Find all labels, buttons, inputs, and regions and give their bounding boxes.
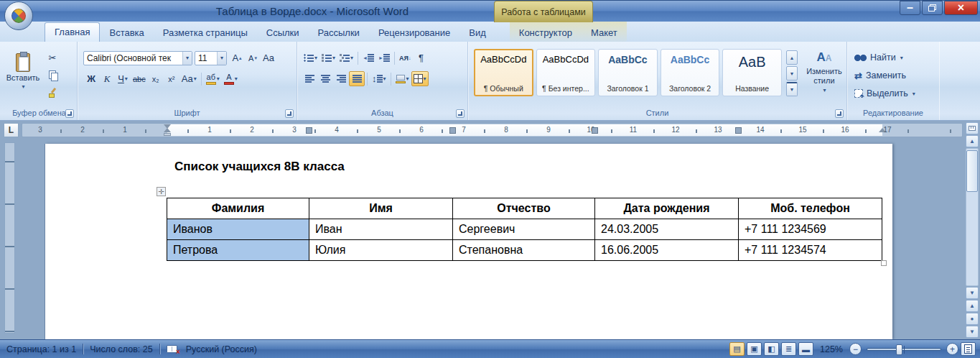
table-cell[interactable]: +7 111 1234569 — [739, 219, 882, 240]
horizontal-ruler[interactable]: 3211234567891011121314151617 — [22, 123, 963, 137]
table-column-marker[interactable] — [735, 127, 742, 134]
scroll-down-button[interactable]: ▼ — [966, 287, 979, 299]
bullets-button[interactable]: ▾ — [302, 50, 319, 65]
text-highlight-button[interactable]: аб ▾ — [204, 71, 222, 86]
tab-insert[interactable]: Вставка — [100, 24, 153, 42]
select-button[interactable]: Выделить ▾ — [854, 86, 939, 101]
browse-object-button[interactable]: ● — [966, 313, 979, 325]
close-button[interactable]: × — [944, 1, 978, 15]
increase-indent-button[interactable]: ► — [376, 50, 392, 65]
gallery-row-down-button[interactable]: ▼ — [786, 66, 798, 81]
table-cell[interactable]: 24.03.2005 — [595, 219, 739, 240]
proofing-status[interactable]: × — [160, 340, 185, 358]
align-right-button[interactable] — [333, 71, 349, 86]
view-draft-button[interactable]: ▬ — [798, 342, 813, 356]
styles-dialog-launcher[interactable] — [835, 109, 844, 118]
table-header-cell[interactable]: Отчество — [453, 198, 595, 219]
copy-button[interactable] — [45, 68, 60, 83]
table-cell[interactable]: Петрова — [167, 240, 309, 261]
table-header-cell[interactable]: Моб. телефон — [739, 198, 882, 219]
find-button[interactable]: Найти ▾ — [854, 50, 939, 65]
borders-button[interactable]: ▾ — [411, 71, 429, 86]
zoom-slider-thumb[interactable] — [896, 344, 902, 355]
cut-button[interactable]: ✂ — [45, 50, 60, 65]
fit-page-button[interactable] — [961, 342, 976, 356]
grow-font-button[interactable]: А▴ — [229, 50, 245, 65]
tab-table-layout[interactable]: Макет — [582, 24, 627, 42]
underline-button[interactable]: Ч▾ — [115, 71, 131, 86]
view-web-layout-button[interactable]: ◧ — [764, 342, 779, 356]
table-cell[interactable]: +7 111 1234574 — [739, 240, 882, 261]
hanging-indent-marker[interactable] — [164, 128, 171, 132]
table-cell[interactable]: Сергеевич — [453, 219, 595, 240]
change-styles-button[interactable]: АА Изменить стили ▾ — [802, 49, 846, 106]
scroll-up-button[interactable]: ▲ — [966, 135, 979, 147]
table-cell[interactable]: Иванов — [167, 219, 309, 240]
subscript-button[interactable]: х₂ — [148, 71, 164, 86]
style-item-heading1[interactable]: AaBbCc Заголовок 1 — [598, 49, 658, 96]
style-item-normal[interactable]: AaBbCcDd ¶ Обычный — [474, 49, 533, 96]
clipboard-dialog-launcher[interactable] — [65, 109, 74, 118]
paragraph-dialog-launcher[interactable] — [456, 109, 465, 118]
table-column-marker[interactable] — [306, 127, 312, 134]
scroll-thumb[interactable] — [966, 150, 978, 192]
table-header-cell[interactable]: Имя — [309, 198, 453, 219]
tab-home[interactable]: Главная — [45, 22, 100, 42]
format-painter-button[interactable] — [45, 85, 60, 100]
vertical-ruler[interactable] — [4, 142, 15, 334]
clear-formatting-button[interactable]: Аа — [261, 50, 276, 65]
table-cell[interactable]: Иван — [309, 219, 453, 240]
previous-page-button[interactable]: ▲ — [966, 300, 979, 312]
font-name-combobox[interactable]: Calibri (Основной тек ▾ — [83, 51, 192, 65]
bold-button[interactable]: Ж — [83, 71, 99, 86]
view-print-layout-button[interactable]: ▤ — [729, 342, 745, 356]
gallery-more-button[interactable]: ▼ — [786, 82, 798, 96]
align-center-button[interactable] — [317, 71, 333, 86]
tab-stop-selector[interactable]: L — [4, 123, 19, 137]
italic-button[interactable]: К — [99, 71, 115, 86]
minimize-button[interactable]: – — [900, 1, 920, 15]
table-header-cell[interactable]: Фамилия — [167, 198, 309, 219]
font-size-combobox[interactable]: 11 ▾ — [195, 51, 227, 65]
zoom-level[interactable]: 125% — [816, 344, 847, 354]
justify-button[interactable] — [349, 71, 365, 86]
style-item-no-spacing[interactable]: AaBbCcDd ¶ Без интер... — [536, 49, 596, 96]
language-indicator[interactable]: Русский (Россия) — [185, 340, 263, 358]
scroll-track[interactable] — [966, 148, 979, 286]
ruler-toggle-button[interactable] — [966, 122, 979, 134]
shrink-font-button[interactable]: А▾ — [245, 50, 261, 65]
left-indent-marker[interactable] — [164, 133, 171, 136]
paste-button[interactable]: Вставить ▾ — [4, 50, 42, 106]
sort-button[interactable]: АЯ↓ — [397, 50, 413, 65]
change-case-button[interactable]: Аа▾ — [179, 71, 199, 86]
tab-page-layout[interactable]: Разметка страницы — [154, 24, 257, 42]
restore-button[interactable] — [922, 1, 943, 15]
zoom-slider[interactable] — [867, 348, 941, 351]
font-color-button[interactable]: А ▾ — [222, 71, 240, 86]
replace-button[interactable]: ⇄ Заменить — [854, 68, 939, 83]
numbering-button[interactable]: ▾ — [319, 50, 337, 65]
chevron-down-icon[interactable]: ▾ — [217, 52, 226, 65]
table-cell[interactable]: Юлия — [309, 240, 453, 261]
style-item-heading2[interactable]: AaBbCc Заголовок 2 — [661, 49, 720, 96]
style-item-title[interactable]: AaB Название — [722, 49, 782, 96]
view-fullscreen-reading-button[interactable]: ▣ — [747, 342, 762, 356]
tab-mailings[interactable]: Рассылки — [309, 24, 369, 42]
gallery-row-up-button[interactable]: ▲ — [786, 50, 798, 65]
next-page-button[interactable]: ▼ — [966, 326, 979, 338]
word-count-indicator[interactable]: Число слов: 25 — [83, 340, 159, 358]
tab-view[interactable]: Вид — [459, 24, 495, 42]
align-left-button[interactable] — [302, 71, 317, 86]
table-header-cell[interactable]: Дата рождения — [595, 198, 739, 219]
font-dialog-launcher[interactable] — [285, 109, 294, 118]
chevron-down-icon[interactable]: ▾ — [182, 52, 192, 65]
table-cell[interactable]: 16.06.2005 — [595, 240, 739, 261]
page-indicator[interactable]: Страница: 1 из 1 — [0, 340, 83, 358]
tab-review[interactable]: Рецензирование — [369, 24, 459, 42]
zoom-out-button[interactable]: − — [849, 343, 862, 355]
table-column-marker[interactable] — [592, 127, 598, 134]
zoom-in-button[interactable]: + — [946, 343, 958, 355]
decrease-indent-button[interactable]: ◄ — [360, 50, 376, 65]
strikethrough-button[interactable]: abc — [131, 71, 148, 86]
table-resize-handle[interactable] — [881, 260, 887, 266]
